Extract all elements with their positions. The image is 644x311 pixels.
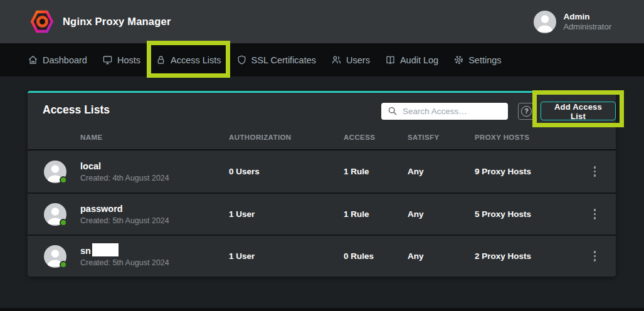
add-access-list-button[interactable]: Add Access List xyxy=(541,102,616,120)
nav-label: Hosts xyxy=(117,55,140,65)
logo-ring xyxy=(36,16,48,28)
nav-item-settings[interactable]: Settings xyxy=(453,43,501,76)
online-status-dot xyxy=(60,176,67,184)
content-area: Access Lists ? Add Access List NAME AU xyxy=(0,76,644,311)
created-date: Created: 5th August 2024 xyxy=(80,258,169,267)
user-role: Administrator xyxy=(563,22,611,32)
table-header-row: NAME AUTHORIZATION ACCESS SATISFY PROXY … xyxy=(28,125,616,150)
kebab-menu-icon[interactable] xyxy=(590,248,600,264)
nav-label: Dashboard xyxy=(43,55,87,65)
app-header: Nginx Proxy Manager Admin Administrator xyxy=(0,0,644,43)
name-block: sn Created: 5th August 2024 xyxy=(80,246,169,267)
name-cell: password Created: 5th August 2024 xyxy=(28,203,229,226)
search-input[interactable] xyxy=(381,103,508,120)
help-button[interactable]: ? xyxy=(518,103,535,120)
panel-header: Access Lists ? Add Access List xyxy=(28,93,616,125)
kebab-menu-icon[interactable] xyxy=(590,206,600,222)
satisfy-value: Any xyxy=(408,251,475,261)
nav-label: SSL Certificates xyxy=(251,55,316,65)
search-box xyxy=(381,103,508,120)
question-mark-icon: ? xyxy=(521,106,532,117)
authorization-value: 1 User xyxy=(229,209,344,219)
nav-label: Access Lists xyxy=(171,55,221,65)
shield-icon xyxy=(236,55,247,65)
name-block: password Created: 5th August 2024 xyxy=(80,204,169,225)
nav-item-audit-log[interactable]: Audit Log xyxy=(385,43,438,76)
access-value: 1 Rule xyxy=(344,209,408,219)
created-date: Created: 4th August 2024 xyxy=(80,174,169,182)
column-header-proxy-hosts: PROXY HOSTS xyxy=(475,134,574,141)
row-avatar xyxy=(44,245,66,268)
access-value: 1 Rule xyxy=(344,167,408,176)
authorization-value: 0 Users xyxy=(229,167,344,176)
actions-cell xyxy=(574,248,616,264)
online-status-dot xyxy=(60,261,67,268)
column-header-name: NAME xyxy=(28,134,229,141)
monitor-icon xyxy=(102,55,113,65)
nav-label: Audit Log xyxy=(400,55,438,65)
proxy-hosts-value: 5 Proxy Hosts xyxy=(475,209,574,219)
column-header-satisfy: SATISFY xyxy=(408,134,475,141)
name-cell: sn Created: 5th August 2024 xyxy=(28,245,229,268)
proxy-hosts-value: 9 Proxy Hosts xyxy=(475,167,574,176)
row-avatar xyxy=(44,161,66,183)
authorization-value: 1 User xyxy=(229,251,344,261)
add-access-list-label: Add Access List xyxy=(554,102,602,121)
lock-icon xyxy=(156,55,166,65)
nav-item-dashboard[interactable]: Dashboard xyxy=(28,43,87,76)
main-nav: Dashboard Hosts Access Lists SSL Certifi… xyxy=(0,43,644,76)
book-icon xyxy=(385,55,396,65)
table-row[interactable]: password Created: 5th August 2024 1 User… xyxy=(28,192,616,235)
name-cell: local Created: 4th August 2024 xyxy=(28,161,229,183)
person-icon xyxy=(534,11,556,33)
user-menu[interactable]: Admin Administrator xyxy=(534,11,611,33)
nav-item-access-lists[interactable]: Access Lists xyxy=(156,43,221,76)
panel-title: Access Lists xyxy=(43,93,110,127)
column-header-authorization: AUTHORIZATION xyxy=(229,134,344,141)
satisfy-value: Any xyxy=(408,167,475,176)
row-avatar xyxy=(44,203,66,226)
user-name: Admin xyxy=(563,11,611,22)
access-list-name: password xyxy=(80,204,169,214)
nav-item-users[interactable]: Users xyxy=(331,43,370,76)
online-status-dot xyxy=(60,219,67,226)
bottom-edge-strip xyxy=(0,308,644,311)
satisfy-value: Any xyxy=(408,209,475,219)
nav-label: Settings xyxy=(468,55,501,65)
table-row[interactable]: local Created: 4th August 2024 0 Users 1… xyxy=(28,150,616,192)
access-list-name: local xyxy=(80,161,169,172)
actions-cell xyxy=(574,206,616,222)
nav-item-hosts[interactable]: Hosts xyxy=(102,43,140,76)
access-list-name: sn xyxy=(80,246,169,256)
nav-label: Users xyxy=(346,55,370,65)
created-date: Created: 5th August 2024 xyxy=(80,216,169,225)
name-block: local Created: 4th August 2024 xyxy=(80,161,169,182)
table-row[interactable]: sn Created: 5th August 2024 1 User 0 Rul… xyxy=(28,235,616,277)
proxy-hosts-value: 2 Proxy Hosts xyxy=(475,251,574,261)
gear-icon xyxy=(453,55,464,65)
column-header-access: ACCESS xyxy=(344,134,408,141)
kebab-menu-icon[interactable] xyxy=(590,164,600,179)
brand: Nginx Proxy Manager xyxy=(30,10,171,34)
access-value: 0 Rules xyxy=(344,251,408,261)
nginx-proxy-manager-app: Nginx Proxy Manager Admin Administrator … xyxy=(0,0,644,311)
app-title: Nginx Proxy Manager xyxy=(63,16,171,28)
home-icon xyxy=(28,55,38,65)
nav-item-ssl-certificates[interactable]: SSL Certificates xyxy=(236,43,316,76)
user-avatar xyxy=(534,11,556,33)
redaction-box xyxy=(92,243,119,256)
user-text: Admin Administrator xyxy=(563,11,611,32)
actions-cell xyxy=(574,164,616,179)
app-logo-icon xyxy=(30,10,54,34)
access-lists-panel: Access Lists ? Add Access List NAME AU xyxy=(28,91,616,277)
users-icon xyxy=(331,55,342,65)
access-list-name-text: sn xyxy=(80,246,91,256)
